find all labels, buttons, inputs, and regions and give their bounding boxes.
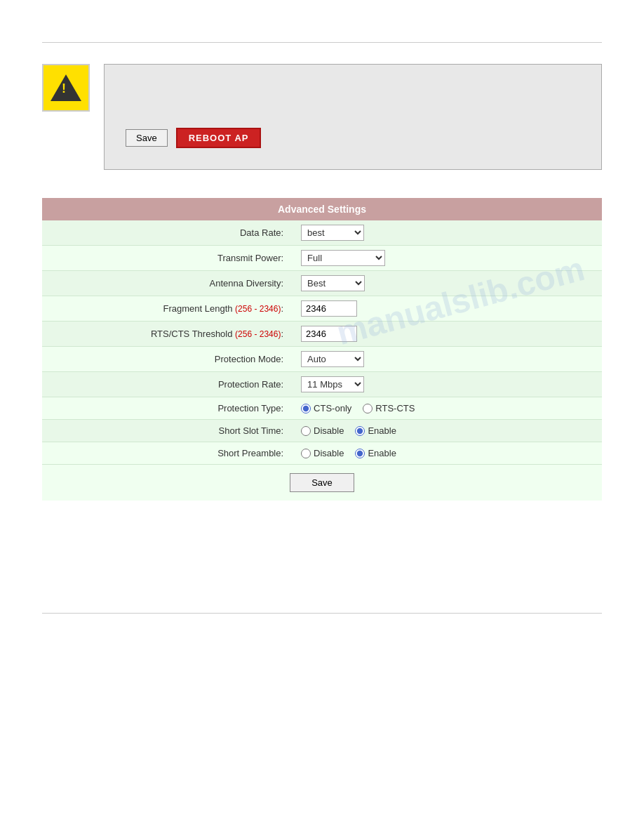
advanced-save-button[interactable]: Save [290,473,354,492]
short-slot-time-label: Short Slot Time: [42,420,294,442]
transmit-power-label: Transmit Power: [42,246,294,271]
short-slot-time-disable-radio[interactable] [301,426,311,436]
short-preamble-row: Short Preamble: Disable Enable [42,442,602,465]
warning-box: Save REBOOT AP [104,64,602,170]
protection-type-label: Protection Type: [42,397,294,420]
short-slot-time-enable-radio[interactable] [355,426,365,436]
antenna-diversity-label: Antenna Diversity: [42,271,294,296]
short-preamble-radio-group: Disable Enable [301,448,595,458]
warning-section: Save REBOOT AP [42,64,602,170]
short-preamble-label: Short Preamble: [42,442,294,465]
fragment-length-range: (256 - 2346) [235,304,281,314]
short-preamble-disable-radio[interactable] [301,449,311,458]
short-slot-time-disable[interactable]: Disable [301,425,344,436]
advanced-settings-section: Advanced Settings Data Rate: best 1 Mbps… [42,198,602,501]
transmit-power-row: Transmit Power: Full Half Quarter Eighth… [42,246,602,271]
advanced-settings-table: Advanced Settings Data Rate: best 1 Mbps… [42,198,602,501]
short-preamble-enable-radio[interactable] [355,449,365,458]
short-slot-time-enable-label: Enable [368,425,396,436]
short-preamble-disable[interactable]: Disable [301,448,344,458]
protection-type-radio-group: CTS-only RTS-CTS [301,403,595,413]
antenna-diversity-row: Antenna Diversity: Best Antenna A Antenn… [42,271,602,296]
protection-type-rts-cts-radio[interactable] [363,404,373,413]
short-preamble-enable[interactable]: Enable [355,448,396,458]
protection-type-value: CTS-only RTS-CTS [294,397,602,420]
antenna-diversity-select[interactable]: Best Antenna A Antenna B [301,275,365,291]
warning-save-button[interactable]: Save [126,129,168,147]
rts-cts-threshold-value [294,322,602,347]
fragment-length-input[interactable] [301,300,357,317]
protection-type-cts-only-label: CTS-only [314,403,351,413]
protection-mode-row: Protection Mode: Auto Always None [42,347,602,372]
rts-cts-threshold-input[interactable] [301,326,357,342]
warning-buttons: Save REBOOT AP [126,128,580,148]
data-rate-select[interactable]: best 1 Mbps 2 Mbps 5.5 Mbps 11 Mbps 54 M… [301,225,364,241]
rts-cts-threshold-label: RTS/CTS Threshold (256 - 2346): [42,322,294,347]
antenna-diversity-value: Best Antenna A Antenna B [294,271,602,296]
protection-type-rts-cts-label: RTS-CTS [375,403,415,413]
rts-cts-threshold-row: RTS/CTS Threshold (256 - 2346): [42,322,602,347]
warning-triangle [51,74,81,101]
fragment-length-value [294,296,602,322]
short-preamble-value: Disable Enable [294,442,602,465]
rts-cts-range: (256 - 2346) [235,329,281,339]
protection-rate-select[interactable]: 11 Mbps 1 Mbps 2 Mbps 5.5 Mbps [301,376,364,392]
protection-type-rts-cts[interactable]: RTS-CTS [363,403,415,413]
transmit-power-value: Full Half Quarter Eighth Min [294,246,602,271]
fragment-length-row: Fragment Length (256 - 2346): [42,296,602,322]
reboot-ap-button[interactable]: REBOOT AP [176,128,262,148]
protection-rate-row: Protection Rate: 11 Mbps 1 Mbps 2 Mbps 5… [42,372,602,397]
short-slot-time-value: Disable Enable [294,420,602,442]
short-preamble-enable-label: Enable [368,448,396,458]
protection-mode-select[interactable]: Auto Always None [301,351,364,367]
protection-type-cts-only[interactable]: CTS-only [301,403,351,413]
bottom-divider [42,613,602,614]
protection-rate-value: 11 Mbps 1 Mbps 2 Mbps 5.5 Mbps [294,372,602,397]
short-slot-time-radio-group: Disable Enable [301,425,595,436]
data-rate-value: best 1 Mbps 2 Mbps 5.5 Mbps 11 Mbps 54 M… [294,220,602,246]
short-preamble-disable-label: Disable [314,448,344,458]
warning-icon [42,64,90,112]
protection-mode-value: Auto Always None [294,347,602,372]
advanced-settings-header: Advanced Settings [42,198,602,220]
warning-text [126,79,580,114]
data-rate-label: Data Rate: [42,220,294,246]
short-slot-time-disable-label: Disable [314,425,344,436]
short-slot-time-enable[interactable]: Enable [355,425,396,436]
protection-type-cts-only-radio[interactable] [301,404,311,413]
protection-mode-label: Protection Mode: [42,347,294,372]
short-slot-time-row: Short Slot Time: Disable Enable [42,420,602,442]
data-rate-row: Data Rate: best 1 Mbps 2 Mbps 5.5 Mbps 1… [42,220,602,246]
advanced-save-row: Save [42,465,602,501]
protection-type-row: Protection Type: CTS-only RTS-CTS [42,397,602,420]
protection-rate-label: Protection Rate: [42,372,294,397]
bottom-spacer [0,529,644,613]
fragment-length-label: Fragment Length (256 - 2346): [42,296,294,322]
transmit-power-select[interactable]: Full Half Quarter Eighth Min [301,250,385,266]
